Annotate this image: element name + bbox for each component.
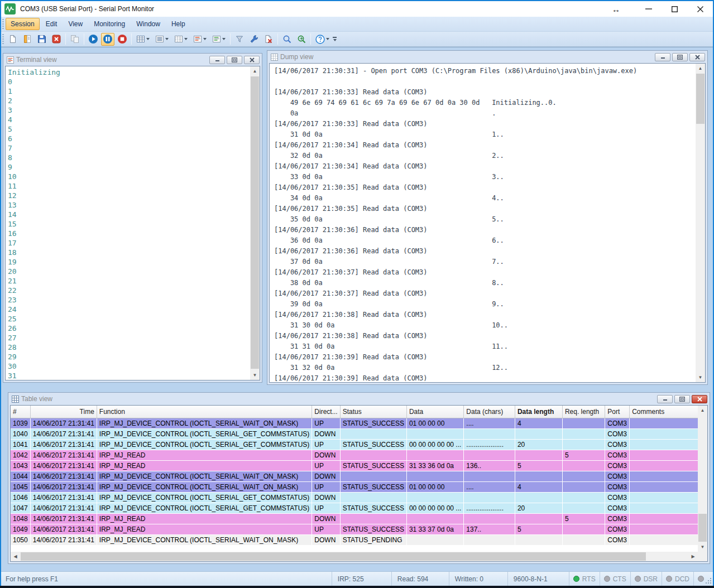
find-next-icon[interactable] bbox=[295, 33, 308, 46]
maximize-button[interactable] bbox=[662, 1, 687, 17]
table-vscrollbar[interactable]: ▲ ▼ bbox=[698, 406, 707, 552]
column-header-comments[interactable]: Comments bbox=[630, 406, 707, 418]
table-maximize-button[interactable] bbox=[674, 395, 690, 403]
column-header-data[interactable]: Data bbox=[406, 406, 463, 418]
column-header-function[interactable]: Function bbox=[97, 406, 312, 418]
copy-icon[interactable] bbox=[68, 33, 82, 46]
dump-line: [14/06/2017 21:30:35] Read data (COM3) bbox=[274, 182, 696, 193]
scroll-up-icon[interactable]: ▲ bbox=[250, 66, 260, 76]
table-view-icon[interactable] bbox=[134, 33, 152, 46]
scroll-down-icon[interactable]: ▼ bbox=[696, 373, 705, 382]
minimize-button[interactable] bbox=[636, 1, 662, 17]
table-row[interactable]: 104114/06/2017 21:31:41IRP_MJ_DEVICE_CON… bbox=[11, 439, 707, 450]
menu-view[interactable]: View bbox=[63, 18, 88, 30]
table-close-button[interactable] bbox=[692, 395, 707, 403]
clear-icon[interactable] bbox=[262, 33, 275, 46]
toolbar-overflow-icon[interactable] bbox=[333, 37, 337, 41]
column-header-req-length[interactable]: Req. length bbox=[562, 406, 605, 418]
table-row[interactable]: 104314/06/2017 21:31:41IRP_MJ_READUPSTAT… bbox=[11, 460, 707, 471]
dump-content[interactable]: [14/06/2017 21:30:31] - Open port COM3 (… bbox=[269, 63, 706, 383]
scroll-down-icon[interactable]: ▼ bbox=[250, 370, 260, 380]
table-row[interactable]: 105014/06/2017 21:31:41IRP_MJ_DEVICE_CON… bbox=[11, 534, 707, 545]
dump-view-dropdown[interactable] bbox=[184, 38, 188, 40]
menu-grip[interactable] bbox=[2, 19, 4, 29]
help-icon[interactable] bbox=[313, 33, 331, 46]
dump-view-titlebar[interactable]: Dump view bbox=[267, 51, 707, 63]
terminal-minimize-button[interactable] bbox=[209, 56, 225, 64]
terminal-view-titlebar[interactable]: Terminal view bbox=[3, 54, 262, 66]
terminal-maximize-button[interactable] bbox=[227, 56, 242, 64]
cts-led-icon bbox=[604, 576, 610, 582]
help-dropdown[interactable] bbox=[326, 38, 329, 40]
table-row[interactable]: 104214/06/2017 21:31:41IRP_MJ_READDOWN5C… bbox=[11, 450, 707, 460]
scroll-right-icon[interactable]: ▶ bbox=[688, 552, 698, 561]
dump-close-button[interactable] bbox=[689, 53, 705, 61]
table-row[interactable]: 104414/06/2017 21:31:41IRP_MJ_DEVICE_CON… bbox=[11, 471, 707, 481]
menu-session[interactable]: Session bbox=[6, 18, 40, 30]
terminal-line: 19 bbox=[8, 257, 250, 267]
terminal-line: 18 bbox=[8, 248, 250, 257]
column-header-data-length[interactable]: Data length bbox=[515, 406, 562, 418]
open-session-icon[interactable] bbox=[21, 33, 34, 46]
line-view-dropdown[interactable] bbox=[165, 38, 169, 40]
scroll-up-icon[interactable]: ▲ bbox=[696, 64, 705, 73]
menu-window[interactable]: Window bbox=[131, 18, 165, 30]
terminal-content[interactable]: Initializing0123456789101112131415161718… bbox=[5, 66, 260, 380]
settings-icon[interactable] bbox=[247, 33, 261, 46]
table-vscroll-thumb[interactable] bbox=[698, 514, 707, 542]
pause-monitoring-icon[interactable] bbox=[101, 33, 114, 46]
toolbar-grip[interactable] bbox=[2, 34, 4, 44]
close-session-icon[interactable] bbox=[50, 33, 63, 46]
stop-monitoring-icon[interactable] bbox=[116, 33, 129, 46]
terminal-view-icon[interactable] bbox=[191, 33, 209, 46]
resize-grip[interactable] bbox=[705, 572, 713, 586]
table-minimize-button[interactable] bbox=[657, 395, 673, 403]
dump-vscroll-thumb[interactable] bbox=[696, 74, 705, 124]
terminal-close-button[interactable] bbox=[244, 56, 260, 64]
column-header-data-chars-[interactable]: Data (chars) bbox=[464, 406, 515, 418]
table-hscroll-thumb[interactable] bbox=[21, 552, 646, 561]
start-monitoring-icon[interactable] bbox=[87, 33, 100, 46]
menu-monitoring[interactable]: Monitoring bbox=[89, 18, 130, 30]
column-header-port[interactable]: Port bbox=[605, 406, 630, 418]
dump-maximize-button[interactable] bbox=[672, 53, 688, 61]
scroll-left-icon[interactable]: ◀ bbox=[11, 552, 20, 561]
filter-icon[interactable] bbox=[233, 33, 246, 46]
column-header-direct-[interactable]: Direct... bbox=[312, 406, 340, 418]
events-view-icon[interactable] bbox=[210, 33, 228, 46]
menu-help[interactable]: Help bbox=[166, 18, 190, 30]
table-row[interactable]: 104814/06/2017 21:31:41IRP_MJ_READDOWN5C… bbox=[11, 513, 707, 524]
table-row[interactable]: 104714/06/2017 21:31:41IRP_MJ_DEVICE_CON… bbox=[11, 503, 707, 513]
terminal-vscrollbar[interactable]: ▲ ▼ bbox=[250, 66, 260, 380]
table-view-titlebar[interactable]: Table view bbox=[8, 393, 710, 405]
resize-arrows-icon: ↔ bbox=[612, 4, 620, 14]
save-session-icon[interactable] bbox=[35, 33, 49, 46]
dump-line: 34 0d 0a 4.. bbox=[274, 193, 696, 204]
find-icon[interactable] bbox=[280, 33, 294, 46]
terminal-line: 26 bbox=[8, 324, 250, 333]
column-header--[interactable]: # bbox=[11, 406, 30, 418]
dump-minimize-button[interactable] bbox=[655, 53, 670, 61]
scroll-down-icon[interactable]: ▼ bbox=[698, 542, 707, 552]
line-view-icon[interactable] bbox=[153, 33, 171, 46]
terminal-vscroll-thumb[interactable] bbox=[251, 76, 259, 369]
table-row[interactable]: 104014/06/2017 21:31:41IRP_MJ_DEVICE_CON… bbox=[11, 428, 707, 439]
close-button[interactable] bbox=[687, 1, 713, 17]
table-view-dropdown[interactable] bbox=[146, 38, 150, 40]
dump-view-icon[interactable] bbox=[172, 33, 190, 46]
dump-vscrollbar[interactable]: ▲ ▼ bbox=[696, 64, 705, 382]
events-view-dropdown[interactable] bbox=[222, 38, 226, 40]
dump-line: 31 30 0d 0a 10.. bbox=[274, 320, 696, 331]
table-row[interactable]: 104614/06/2017 21:31:41IRP_MJ_DEVICE_CON… bbox=[11, 492, 707, 503]
menu-edit[interactable]: Edit bbox=[41, 18, 63, 30]
column-header-status[interactable]: Status bbox=[340, 406, 406, 418]
new-session-icon[interactable] bbox=[6, 33, 20, 46]
table-row[interactable]: 103914/06/2017 21:31:41IRP_MJ_DEVICE_CON… bbox=[11, 418, 707, 428]
table-row[interactable]: 104514/06/2017 21:31:41IRP_MJ_DEVICE_CON… bbox=[11, 481, 707, 492]
table-hscrollbar[interactable]: ◀ ▶ bbox=[11, 552, 698, 561]
table-row[interactable]: 104914/06/2017 21:31:41IRP_MJ_READUPSTAT… bbox=[11, 524, 707, 534]
dump-line: [14/06/2017 21:30:34] Read data (COM3) bbox=[274, 140, 696, 151]
terminal-view-dropdown[interactable] bbox=[203, 38, 207, 40]
scroll-up-icon[interactable]: ▲ bbox=[698, 406, 707, 415]
column-header-time[interactable]: Time bbox=[30, 406, 97, 418]
